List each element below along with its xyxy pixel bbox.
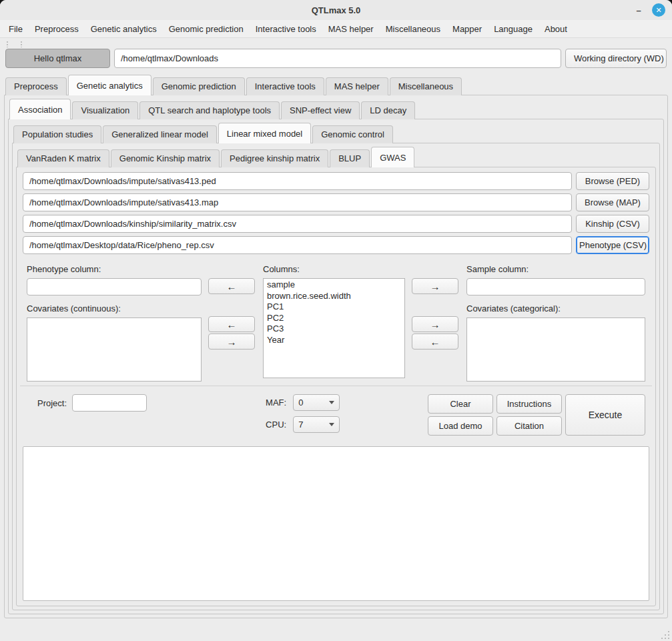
phenotype-file-input[interactable]	[23, 236, 572, 254]
output-log-area[interactable]	[23, 446, 649, 601]
genetic-analytics-panel: Association Visualization QTL search and…	[4, 95, 668, 618]
tab-genomic-control[interactable]: Genomic control	[312, 125, 393, 143]
menu-mapper[interactable]: Mapper	[446, 21, 488, 37]
main-notebook: Preprocess Genetic analytics Genomic pre…	[0, 75, 672, 624]
move-to-sample-button[interactable]: →	[412, 278, 458, 294]
ped-file-row: Browse (PED)	[23, 172, 649, 190]
tab-population-studies[interactable]: Population studies	[13, 125, 101, 143]
load-demo-button[interactable]: Load demo	[428, 416, 493, 436]
action-buttons: Clear Instructions Execute Load demo Cit…	[428, 394, 645, 436]
kinship-file-input[interactable]	[23, 215, 572, 233]
phenotype-file-row: Phenotype (CSV)	[23, 236, 649, 254]
menu-language[interactable]: Language	[488, 21, 539, 37]
list-item[interactable]: PC3	[267, 324, 401, 335]
resize-grip-icon[interactable]	[661, 630, 669, 639]
columns-list[interactable]: sample brown.rice.seed.width PC1 PC2 PC3…	[263, 278, 405, 378]
tab-blup[interactable]: BLUP	[330, 149, 370, 167]
tab-snp-effect-view[interactable]: SNP-effect view	[281, 101, 360, 119]
browse-ped-button[interactable]: Browse (PED)	[576, 172, 649, 190]
window-controls: – ✕	[633, 3, 672, 17]
kinship-csv-button[interactable]: Kinship (CSV)	[576, 215, 649, 233]
tab-vanraden-k-matrix[interactable]: VanRaden K matrix	[17, 149, 109, 167]
working-directory-bar: Hello qtlmax Working directory (WD)	[0, 38, 672, 75]
menu-mas-helper[interactable]: MAS helper	[322, 21, 380, 37]
phenotype-csv-button[interactable]: Phenotype (CSV)	[576, 236, 649, 254]
tab-qtl-search-haplotype[interactable]: QTL search and haplotype tools	[139, 101, 280, 119]
phenotype-column-label: Phenotype column:	[27, 264, 202, 275]
cpu-value: 7	[298, 420, 329, 430]
tab-mas-helper[interactable]: MAS helper	[326, 77, 388, 95]
toolbar-grip-icon	[20, 41, 23, 47]
tab-miscellaneous[interactable]: Miscellaneous	[390, 77, 462, 95]
ped-file-input[interactable]	[23, 172, 572, 190]
add-continuous-covariate-button[interactable]: ←	[208, 316, 255, 332]
project-input[interactable]	[72, 394, 147, 412]
tab-linear-mixed-model[interactable]: Linear mixed model	[218, 123, 311, 143]
maf-select[interactable]: 0	[293, 394, 340, 411]
menu-miscellaneous[interactable]: Miscellaneous	[380, 21, 446, 37]
tab-gwas[interactable]: GWAS	[371, 147, 414, 167]
menu-genomic-prediction[interactable]: Genomic prediction	[163, 21, 250, 37]
execute-button[interactable]: Execute	[565, 394, 645, 436]
tab-association[interactable]: Association	[9, 99, 71, 119]
minimize-button[interactable]: –	[633, 5, 644, 15]
hello-user-button[interactable]: Hello qtlmax	[5, 49, 110, 68]
list-item[interactable]: sample	[267, 279, 401, 291]
sample-covariates-column: Sample column: Covariates (categorical):	[466, 264, 645, 382]
covariates-continuous-list[interactable]	[27, 317, 202, 382]
list-item[interactable]: brown.rice.seed.width	[267, 291, 401, 302]
maf-value: 0	[298, 398, 329, 408]
citation-button[interactable]: Citation	[496, 416, 562, 436]
columns-column: Columns: sample brown.rice.seed.width PC…	[263, 264, 405, 382]
arrow-right-icon: →	[430, 281, 440, 292]
arrow-left-icon: ←	[430, 336, 440, 348]
sample-column-input[interactable]	[466, 278, 645, 295]
app-window: QTLmax 5.0 – ✕ File Preprocess Genetic a…	[0, 0, 672, 641]
column-selector-section: Phenotype column: Covariates (continuous…	[20, 259, 652, 386]
tab-interactive-tools[interactable]: Interactive tools	[246, 77, 324, 95]
working-directory-button[interactable]: Working directory (WD)	[565, 49, 667, 68]
phenotype-column-input[interactable]	[27, 278, 202, 295]
titlebar: QTLmax 5.0 – ✕	[0, 0, 672, 20]
working-directory-input[interactable]	[114, 49, 561, 68]
columns-label: Columns:	[263, 264, 405, 275]
covariates-categorical-label: Covariates (categorical):	[466, 303, 645, 314]
clear-button[interactable]: Clear	[428, 394, 493, 414]
analytics-tabs: Association Visualization QTL search and…	[8, 99, 664, 119]
arrow-right-icon: →	[227, 336, 237, 348]
tab-ld-decay[interactable]: LD decay	[361, 101, 415, 119]
add-categorical-covariate-button[interactable]: →	[412, 316, 458, 332]
menu-file[interactable]: File	[3, 21, 29, 37]
tab-genetic-analytics[interactable]: Genetic analytics	[68, 75, 151, 95]
tab-genomic-prediction[interactable]: Genomic prediction	[153, 77, 245, 95]
remove-continuous-covariate-button[interactable]: →	[208, 334, 255, 350]
project-label: Project:	[37, 398, 67, 408]
menu-about[interactable]: About	[539, 21, 573, 37]
dropdown-arrow-icon	[329, 401, 334, 404]
instructions-button[interactable]: Instructions	[496, 394, 562, 414]
browse-map-button[interactable]: Browse (MAP)	[576, 193, 649, 211]
tab-visualization[interactable]: Visualization	[72, 101, 138, 119]
tab-pedigree-kinship-matrix[interactable]: Pedigree kinship matrix	[221, 149, 328, 167]
maf-label: MAF:	[266, 398, 286, 408]
list-item[interactable]: Year	[267, 335, 401, 346]
move-to-phenotype-button[interactable]: ←	[208, 278, 255, 294]
remove-categorical-covariate-button[interactable]: ←	[412, 334, 458, 350]
covariates-categorical-list[interactable]	[466, 317, 645, 382]
close-button[interactable]: ✕	[652, 3, 665, 17]
left-arrow-buttons: ← ← →	[208, 264, 256, 382]
tab-generalized-linear-model[interactable]: Generalized linear model	[103, 125, 217, 143]
map-file-input[interactable]	[23, 193, 572, 211]
tab-preprocess[interactable]: Preprocess	[5, 77, 67, 95]
list-item[interactable]: PC1	[267, 301, 401, 313]
maf-cpu-settings: MAF: 0 CPU: 7	[266, 394, 340, 433]
toolbar-grip-icon	[6, 41, 9, 47]
cpu-select[interactable]: 7	[293, 416, 340, 433]
menu-genetic-analytics[interactable]: Genetic analytics	[85, 21, 163, 37]
list-item[interactable]: PC2	[267, 313, 401, 324]
sample-column-label: Sample column:	[466, 264, 645, 275]
menu-preprocess[interactable]: Preprocess	[29, 21, 85, 37]
tab-genomic-kinship-matrix[interactable]: Genomic Kinship matrix	[111, 149, 220, 167]
status-strip	[0, 624, 672, 641]
menu-interactive-tools[interactable]: Interactive tools	[250, 21, 322, 37]
